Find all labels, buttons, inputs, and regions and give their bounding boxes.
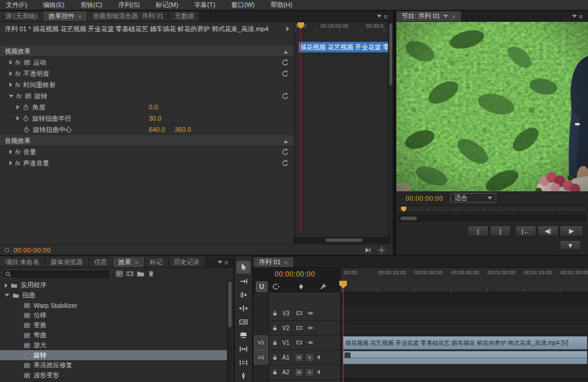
tree-item-effect-offset[interactable]: 位移 [0, 310, 227, 320]
program-mini-ruler[interactable] [399, 205, 586, 212]
program-scrollbar[interactable] [399, 215, 586, 221]
show-timeline-toggle[interactable] [286, 26, 289, 31]
reset-icon[interactable] [281, 159, 289, 167]
track-name[interactable]: V1 [282, 340, 292, 346]
param-row-angle[interactable]: 角度 0.0 [0, 102, 294, 113]
tab-program-monitor[interactable]: 节目: 序列 01 × [396, 11, 462, 21]
solo-toggle[interactable]: S [306, 369, 313, 376]
stopwatch-icon[interactable] [23, 126, 30, 133]
timeline-ruler[interactable]: 00:00 00:00:15:00 00:00:30:00 00:00:45:0… [341, 268, 588, 293]
fx-badge-icon[interactable]: fx [16, 92, 22, 99]
timeline-settings-wrench-button[interactable] [319, 283, 328, 291]
fx-badge-icon[interactable]: fx [15, 70, 21, 77]
tree-item-bin-utilities[interactable]: 实用程序 [0, 280, 227, 290]
fx-badge-icon[interactable]: fx [15, 148, 21, 155]
mute-toggle[interactable]: M [296, 369, 302, 376]
snap-button[interactable] [256, 281, 268, 292]
keyframe-prev-icon[interactable] [317, 355, 320, 360]
a1-audio-clip[interactable] [343, 351, 587, 364]
horizontal-scrollbar[interactable] [295, 237, 388, 243]
track-name[interactable]: A1 [282, 354, 292, 361]
effect-row-twirl[interactable]: fx 旋转 [0, 91, 294, 102]
fx-badge-icon[interactable]: fx [15, 160, 21, 167]
go-to-in-button[interactable]: {← [515, 225, 536, 237]
keyframe-prev-icon[interactable] [317, 370, 320, 374]
eye-icon[interactable] [307, 324, 314, 331]
pan-view-icon[interactable] [377, 246, 386, 254]
tab-metadata[interactable]: 元数据 [169, 11, 200, 21]
tab-project[interactable]: 项目:未命名 [0, 257, 45, 267]
disclosure-icon[interactable] [9, 82, 12, 87]
track-content-area[interactable]: 插花视频 花艺视频 开业花篮 零基础花艺 婚车插花 鲜花的养护 韩式花束_高清.… [341, 293, 588, 382]
step-back-button[interactable]: ◀| [537, 225, 559, 237]
display-style-icon[interactable] [296, 324, 303, 331]
add-marker-button[interactable] [297, 283, 305, 291]
reset-icon[interactable] [281, 148, 289, 156]
effect-controls-timeline[interactable]: 0:00 00:15:00:00 00:30:0 插花视频 花艺视频 开业花篮 … [294, 22, 388, 244]
reset-icon[interactable] [281, 69, 289, 78]
zoom-level-select[interactable]: 适合 [450, 193, 496, 202]
effects-search-field[interactable] [2, 270, 111, 278]
timeline-timecode[interactable]: 00:00:00:00 [275, 270, 315, 278]
disclosure-icon[interactable] [9, 150, 12, 154]
display-style-icon[interactable] [296, 339, 303, 346]
effect-row-motion[interactable]: fx 运动 [0, 57, 294, 68]
selected-clip-bar[interactable]: 插花视频 花艺视频 开业花篮 零 [299, 42, 388, 52]
track-lane-v3[interactable] [341, 306, 588, 320]
accepted-effects-filter-button[interactable] [115, 270, 123, 279]
mark-in-button[interactable]: { [467, 225, 489, 237]
menu-file[interactable]: 文件(F) [6, 1, 27, 9]
param-row-twirl-radius[interactable]: 旋转扭曲半径 30.0 [0, 113, 294, 124]
v1-video-clip[interactable]: 插花视频 花艺视频 开业花篮 零基础花艺 婚车插花 鲜花的养护 韩式花束_高清.… [343, 336, 587, 350]
menu-window[interactable]: 窗口(W) [231, 1, 255, 9]
tab-audio-clip-mixer[interactable]: 音频剪辑混合器: 序列 01 [88, 11, 169, 21]
lock-icon[interactable] [272, 340, 278, 346]
track-name[interactable]: V2 [282, 325, 292, 331]
tab-effect-controls[interactable]: 效果控件× [43, 11, 87, 21]
reset-icon[interactable] [281, 58, 289, 67]
ripple-edit-tool[interactable] [239, 290, 248, 300]
menu-clip[interactable]: 剪辑(C) [81, 1, 102, 9]
close-icon[interactable]: × [452, 13, 455, 20]
encore-chapter-marker-button[interactable] [272, 283, 280, 291]
tree-item-effect-warp-stabilizer[interactable]: Warp Stabilizer [0, 300, 227, 310]
effect-row-channel-volume[interactable]: fx 声道音量 [0, 158, 294, 169]
track-lane-v2[interactable] [341, 321, 588, 335]
track-lane-a2[interactable] [341, 365, 588, 379]
twirl-center-y-value[interactable]: 360.0 [175, 126, 191, 133]
disclosure-icon[interactable] [9, 71, 12, 76]
collapse-section-icon[interactable] [283, 51, 288, 54]
tab-source-monitor[interactable]: 源:(无剪辑) [0, 11, 43, 21]
mute-toggle[interactable]: M [296, 354, 302, 361]
twirl-center-x-value[interactable]: 640.0 [149, 126, 165, 133]
disclosure-icon[interactable] [5, 283, 8, 288]
effect-row-time-remap[interactable]: fx 时间重映射 [0, 79, 294, 91]
tab-history[interactable]: 历史记录 [169, 257, 206, 267]
param-row-twirl-center[interactable]: 旋转扭曲中心 640.0 360.0 [0, 124, 294, 135]
slip-tool[interactable] [239, 344, 248, 354]
tree-item-effect-twirl-selected[interactable]: 旋转 [0, 350, 227, 360]
delete-custom-item-button[interactable] [147, 270, 155, 279]
collapse-section-icon[interactable] [283, 140, 288, 143]
fx-badge-icon[interactable]: fx [15, 81, 21, 88]
disclosure-icon[interactable] [9, 95, 14, 98]
close-icon[interactable]: × [284, 259, 288, 266]
tree-item-effect-magnify[interactable]: 放大 [0, 340, 227, 350]
eye-icon[interactable] [307, 310, 314, 317]
accelerated-effects-filter-button[interactable] [126, 270, 134, 279]
tab-media-browser[interactable]: 媒体浏览器 [45, 257, 89, 267]
slide-tool[interactable] [239, 358, 248, 367]
new-custom-bin-button[interactable] [136, 270, 145, 279]
tab-info[interactable]: 信息 [89, 257, 113, 267]
scrollbar-thumb[interactable] [389, 24, 392, 85]
panel-menu-button[interactable]: ≡ [218, 257, 233, 267]
disclosure-icon[interactable] [9, 161, 12, 165]
tree-item-effect-transform[interactable]: 变换 [0, 320, 227, 330]
panel-menu-button[interactable]: ≡ [572, 11, 588, 21]
vertical-scrollbar[interactable] [388, 22, 393, 244]
tab-markers[interactable]: 标记 [145, 257, 169, 267]
menu-help[interactable]: 帮助(H) [270, 1, 292, 9]
more-controls-button[interactable]: ▼ [560, 240, 581, 250]
twirl-radius-value[interactable]: 30.0 [149, 115, 161, 122]
track-name[interactable]: A2 [282, 369, 292, 376]
